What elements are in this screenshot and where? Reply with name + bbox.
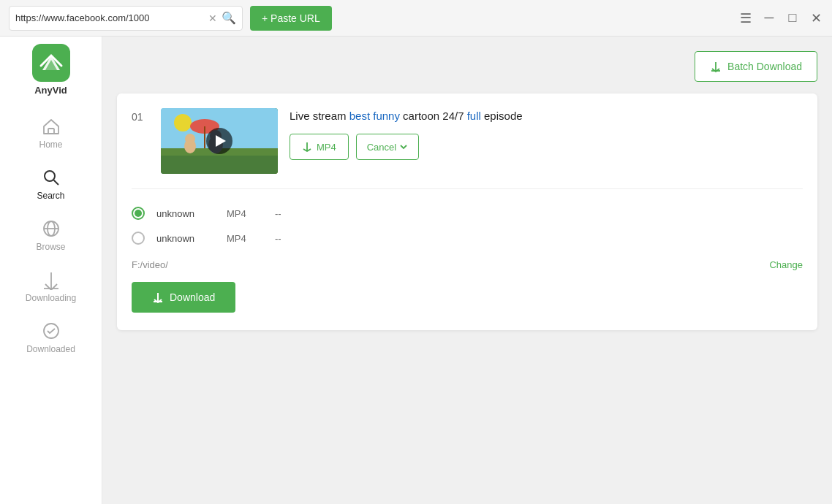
- mp4-label: MP4: [317, 142, 336, 153]
- sidebar-browse-label: Browse: [36, 242, 65, 252]
- video-actions: MP4 Cancel: [290, 134, 803, 160]
- main-layout: AnyVid Home Search Browse: [0, 37, 832, 504]
- mp4-button[interactable]: MP4: [290, 134, 349, 160]
- video-card: 01: [117, 93, 817, 330]
- svg-rect-20: [161, 156, 278, 174]
- save-path-row: F:/video/ Change: [132, 251, 803, 282]
- cancel-button[interactable]: Cancel: [356, 134, 419, 160]
- window-controls: ☰ ─ □ ✕: [738, 10, 823, 26]
- batch-download-label: Batch Download: [727, 61, 802, 72]
- sidebar-item-downloaded[interactable]: Downloaded: [0, 312, 102, 363]
- sidebar-home-label: Home: [39, 140, 62, 150]
- quality-format-2: MP4: [227, 233, 263, 244]
- quality-size-2: --: [275, 233, 281, 244]
- maximize-icon[interactable]: □: [785, 10, 800, 26]
- url-bar: https://www.facebook.com/1000 ✕ 🔍: [9, 6, 243, 31]
- app-logo: [32, 44, 70, 82]
- svg-point-8: [44, 324, 58, 338]
- sidebar-item-home[interactable]: Home: [0, 107, 102, 159]
- sidebar-downloaded-label: Downloaded: [26, 344, 75, 354]
- batch-download-button[interactable]: Batch Download: [695, 51, 817, 82]
- title-bar: https://www.facebook.com/1000 ✕ 🔍 + Past…: [0, 0, 832, 37]
- url-search-icon: 🔍: [222, 11, 236, 25]
- sidebar-item-browse[interactable]: Browse: [0, 210, 102, 261]
- quality-format-1: MP4: [227, 208, 263, 219]
- sidebar-item-downloading[interactable]: Downloading: [0, 261, 102, 312]
- quality-size-1: --: [275, 208, 281, 219]
- sidebar-downloading-label: Downloading: [26, 293, 76, 303]
- video-number: 01: [132, 108, 149, 123]
- download-label: Download: [170, 291, 215, 303]
- menu-icon[interactable]: ☰: [738, 10, 753, 26]
- url-text: https://www.facebook.com/1000: [15, 12, 204, 23]
- change-path-button[interactable]: Change: [769, 259, 803, 270]
- svg-point-1: [45, 171, 55, 181]
- quality-radio-1[interactable]: [132, 207, 145, 220]
- quality-section: unknown MP4 -- unknown MP4 -- F:/video/ …: [132, 188, 803, 313]
- url-clear-icon[interactable]: ✕: [208, 12, 217, 24]
- sidebar-search-label: Search: [37, 191, 64, 201]
- download-button[interactable]: Download: [132, 282, 235, 313]
- quality-row-2: unknown MP4 --: [132, 226, 803, 251]
- video-thumbnail[interactable]: [161, 108, 278, 174]
- close-icon[interactable]: ✕: [809, 10, 823, 26]
- play-button[interactable]: [206, 128, 232, 154]
- svg-point-13: [174, 114, 192, 131]
- sidebar: AnyVid Home Search Browse: [0, 37, 102, 504]
- quality-name-1: unknown: [156, 208, 215, 219]
- minimize-icon[interactable]: ─: [762, 10, 776, 26]
- content-header: Batch Download: [117, 51, 817, 82]
- video-info: Live stream best funny cartoon 24/7 full…: [290, 108, 803, 160]
- quality-radio-2[interactable]: [132, 232, 145, 245]
- sidebar-item-search[interactable]: Search: [0, 159, 102, 210]
- svg-point-17: [185, 134, 195, 144]
- svg-rect-0: [48, 129, 54, 134]
- cancel-label: Cancel: [367, 142, 396, 153]
- video-header: 01: [132, 108, 803, 174]
- quality-name-2: unknown: [156, 233, 215, 244]
- video-title: Live stream best funny cartoon 24/7 full…: [290, 108, 803, 123]
- app-name-label: AnyVid: [34, 85, 67, 96]
- paste-url-button[interactable]: + Paste URL: [250, 6, 332, 31]
- save-path-text: F:/video/: [132, 259, 168, 270]
- quality-row-1: unknown MP4 --: [132, 201, 803, 226]
- svg-line-2: [53, 180, 58, 186]
- content-area: Batch Download 01: [102, 37, 832, 504]
